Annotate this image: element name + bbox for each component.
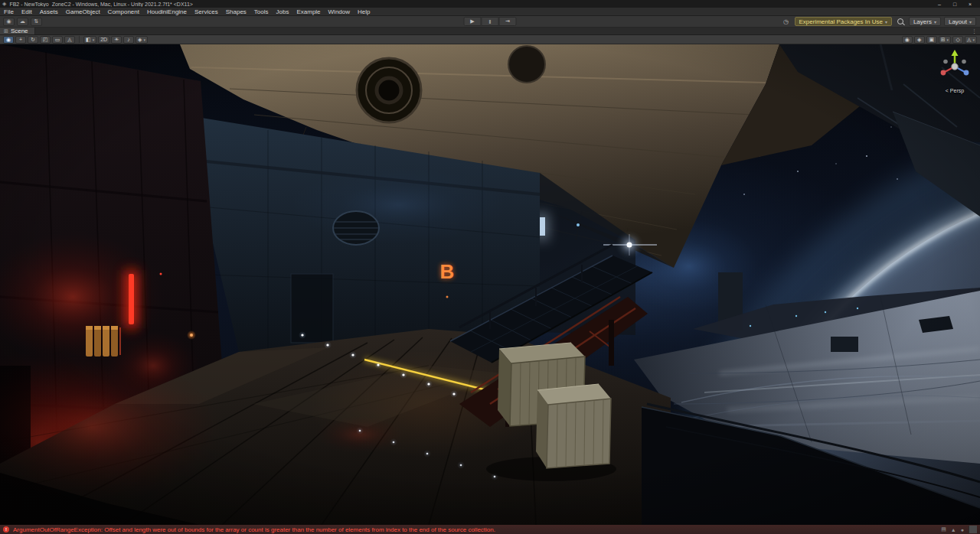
menu-bar: File Edit Assets GameObject Component Ho… [0,8,980,16]
move-tool-button[interactable]: + [15,36,26,44]
scene-tab-label: Scene [11,28,28,34]
layout-label: Layout [949,18,967,25]
transform-tool-button[interactable]: ◬ [64,36,75,44]
menu-example[interactable]: Example [292,8,324,15]
log-icon[interactable]: ● [961,527,964,532]
console-icon[interactable]: ▤ [941,526,946,532]
scene-viewport[interactable]: B B [0,44,980,525]
menu-services[interactable]: Services [191,8,222,15]
axis-gizmo-icon [937,49,972,84]
menu-window[interactable]: Window [325,8,354,15]
shading-mode-dropdown[interactable]: ◧ ▾ [83,36,96,44]
chevron-down-icon: ▾ [143,37,145,42]
menu-help[interactable]: Help [354,8,374,15]
menu-jobs[interactable]: Jobs [273,8,293,15]
unity-logo-icon: ◈ [2,1,6,7]
2d-toggle-button[interactable]: 2D [98,36,109,44]
layers-dropdown[interactable]: Layers ▾ [909,17,941,26]
menu-shapes[interactable]: Shapes [222,8,250,15]
scene-effects-button[interactable]: ◈ [914,36,925,44]
divider [79,36,80,43]
main-toolbar: ◉ ☁ ⇅ ▶ ‖ ⇥ ◷ Experimental Packages In U… [0,16,980,28]
shading-mode-icon: ◧ [86,37,91,43]
experimental-packages-dropdown[interactable]: Experimental Packages In Use ▾ [795,17,892,26]
chevron-down-icon: ▾ [885,19,887,24]
tab-scene[interactable]: ⊞ Scene [0,28,35,34]
chevron-down-icon: ▾ [969,19,972,24]
cloud-icon[interactable]: ☁ [17,18,28,26]
dock-tab-bar: ⊞ Scene ⋮ [0,28,980,35]
window-title: FB2 - NewTokyo_ZoneC2 - Windows, Mac, Li… [9,2,193,7]
chevron-down-icon: ▾ [934,19,936,24]
effects-dropdown[interactable]: ◈ ▾ [136,36,148,44]
menu-file[interactable]: File [0,8,18,15]
rotate-tool-button[interactable]: ↻ [28,36,38,44]
unity-editor-window: ◈ FB2 - NewTokyo_ZoneC2 - Windows, Mac, … [0,0,980,534]
account-icon[interactable]: ◉ [3,18,15,26]
grid-dropdown[interactable]: ⊞ ▾ [939,36,951,44]
console-error-message[interactable]: ArgumentOutOfRangeException: Offset and … [13,526,495,533]
minimize-button[interactable]: – [932,2,947,7]
tab-options-icon[interactable]: ⋮ [969,28,980,34]
view-tool-button[interactable]: ◉ [3,36,14,44]
audio-toggle-button[interactable]: ♪ [123,36,134,44]
undo-history-icon[interactable]: ◷ [781,18,792,26]
search-icon [897,18,903,24]
resize-grip[interactable] [969,526,977,533]
close-button[interactable]: × [962,2,978,7]
lighting-toggle-button[interactable]: ☀ [111,36,122,44]
collab-icon[interactable]: ⇅ [31,18,42,26]
step-button[interactable]: ⇥ [499,17,517,26]
scene-visibility-button[interactable]: ◉ [902,36,913,44]
chevron-down-icon: ▾ [947,37,949,42]
scene-orientation-gizmo[interactable]: < Persp [937,49,972,93]
menu-gameobject[interactable]: GameObject [62,8,104,15]
scene-camera-button[interactable]: ▣ [926,36,937,44]
rect-tool-button[interactable]: ▭ [52,36,63,44]
snap-button[interactable]: ◇ [952,36,963,44]
title-bar[interactable]: ◈ FB2 - NewTokyo_ZoneC2 - Windows, Mac, … [0,0,980,8]
effects-icon: ◈ [138,37,142,43]
menu-edit[interactable]: Edit [18,8,36,15]
search-button[interactable] [895,18,906,26]
chevron-down-icon: ▾ [93,37,95,42]
menu-component[interactable]: Component [104,8,143,15]
layers-label: Layers [913,18,932,25]
gizmos-icon: ◬ [967,37,971,43]
scene-render: B B [0,44,980,525]
status-bar: ! ArgumentOutOfRangeException: Offset an… [0,525,980,534]
warning-icon[interactable]: ▲ [951,527,956,532]
menu-assets[interactable]: Assets [36,8,62,15]
menu-houdiniengine[interactable]: HoudiniEngine [143,8,191,15]
experimental-packages-label: Experimental Packages In Use [799,18,883,25]
play-button[interactable]: ▶ [464,17,482,26]
chevron-down-icon: ▾ [972,37,975,42]
layout-dropdown[interactable]: Layout ▾ [944,17,976,26]
perspective-label[interactable]: < Persp [937,88,972,93]
gizmos-dropdown[interactable]: ◬ ▾ [965,36,977,44]
pause-button[interactable]: ‖ [482,17,499,26]
error-icon: ! [3,526,9,532]
grid-icon: ⊞ [941,37,946,43]
scale-tool-button[interactable]: ◰ [40,36,51,44]
scene-toolbar: ◉ + ↻ ◰ ▭ ◬ ◧ ▾ 2D ☀ ♪ ◈ ▾ ◉ ◈ ▣ ⊞ ▾ ◇ ◬ [0,35,980,44]
maximize-button[interactable]: □ [947,2,962,7]
menu-tools[interactable]: Tools [250,8,273,15]
scene-tab-icon: ⊞ [4,28,8,34]
